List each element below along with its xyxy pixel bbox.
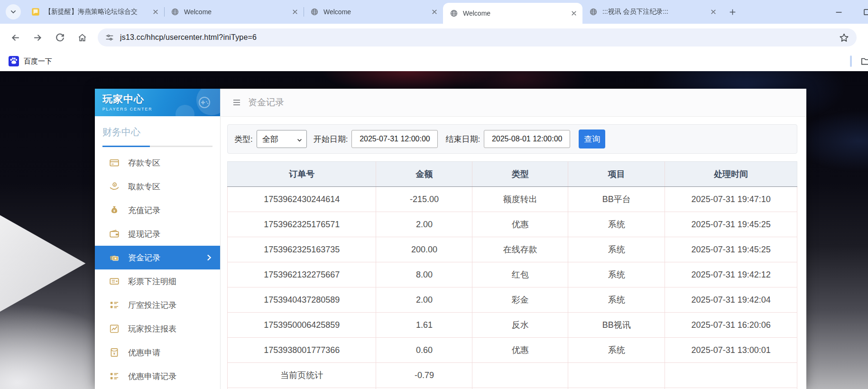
column-header: 金额 [376,162,472,187]
tab-close-icon[interactable] [291,8,299,16]
tab-strip: 【新提醒】海燕策略论坛综合交WelcomeWelcomeWelcome:::视讯… [0,0,868,24]
forward-icon[interactable] [33,33,43,43]
globe-icon [310,8,319,16]
tab-forum[interactable]: 【新提醒】海燕策略论坛综合交 [25,0,164,24]
sidebar-item-withdraw-zone[interactable]: 取款专区 [95,175,220,198]
table-cell: -215.00 [376,187,472,212]
table-cell: 系统 [568,287,665,313]
gift-icon: ¥ [109,347,120,358]
sidebar-section: 财务中心 [95,116,220,147]
tab-title: 【新提醒】海燕策略论坛综合交 [45,8,149,16]
tab-welcome-3[interactable]: Welcome [443,3,582,24]
svg-text:¥: ¥ [113,352,116,356]
reload-icon[interactable] [55,33,65,43]
minimize-button[interactable] [834,7,843,17]
wallet-icon [109,229,120,239]
table-cell: -0.79 [376,363,472,388]
sidebar-item-label: 资金记录 [128,252,160,263]
sidebar-item-label: 充值记录 [128,205,160,216]
tab-search-button[interactable] [6,4,21,19]
sidebar-item-label: 优惠申请 [128,347,160,358]
table-cell: 优惠 [472,338,568,363]
page-icon [31,8,40,16]
chevron-down-icon [10,9,17,15]
table-cell: BB平台 [568,187,665,212]
table-cell: 1753962132275667 [228,262,376,287]
start-date-input[interactable] [351,130,438,148]
table-cell: 优惠 [472,212,568,237]
table-cell: 当前页统计 [228,363,376,388]
sidebar-item-player-bet-report[interactable]: 玩家投注报表 [95,317,220,341]
tab-welcome-1[interactable]: Welcome [164,0,304,24]
table-cell: 反水 [472,313,568,338]
content-area: 资金记录 类型: 全部 开始日期: 结束日期: [220,89,806,389]
bookmark-baidu[interactable]: 百度一下 [5,55,56,68]
sidebar-item-recharge-records[interactable]: ¥充值记录 [95,198,220,222]
tab-title: Welcome [323,8,428,16]
table-cell [568,363,665,388]
table-cell: 2.00 [376,212,472,237]
select-chevron-icon [296,136,303,142]
tab-close-icon[interactable] [431,8,438,16]
table-cell: 系统 [568,262,665,287]
sidebar-item-label: 取款专区 [128,181,160,192]
sidebar-item-promo-apply[interactable]: ¥优惠申请 [95,341,220,364]
card-icon [109,157,120,168]
sidebar-item-label: 存款专区 [128,157,160,168]
globe-icon [450,9,458,18]
sidebar-item-lottery-bet-details[interactable]: 彩票下注明细 [95,269,220,293]
sidebar-item-withdraw-records[interactable]: 提现记录 [95,222,220,246]
table-cell: 1753940437280589 [228,287,376,313]
site-info-icon[interactable] [105,33,114,42]
address-bar[interactable]: js13.cc/hhcp/usercenter.html?iniType=6 [98,28,857,46]
tab-welcome-2[interactable]: Welcome [304,0,443,24]
svg-text:¥: ¥ [113,209,115,213]
sidebar-item-hall-bet-records[interactable]: 厅室投注记录 [95,293,220,317]
chart-icon [109,324,120,334]
url-text[interactable]: js13.cc/hhcp/usercenter.html?iniType=6 [120,33,839,42]
table-cell: 系统 [568,338,665,363]
maximize-button[interactable] [862,7,868,17]
sidebar-item-fund-records[interactable]: 资金记录 [95,246,220,269]
table-header-row: 订单号金额类型项目处理时间 [228,162,797,187]
bookmark-star-icon[interactable] [839,33,849,43]
query-button[interactable]: 查询 [579,130,605,148]
tab-video-bet-records[interactable]: :::视讯 会员下注纪录::: [582,0,722,24]
end-date-input[interactable] [484,130,570,148]
table-cell: 彩金 [472,287,568,313]
sidebar-item-promo-apply-records[interactable]: 优惠申请记录 [95,364,220,388]
table-cell: 1753962325176571 [228,212,376,237]
table-cell: 额度转出 [472,187,568,212]
table-cell: 1753950006425859 [228,313,376,338]
tab-close-icon[interactable] [570,9,578,17]
grid-list-icon [109,371,120,381]
globe-icon [589,8,598,16]
grid-list-icon [109,300,120,310]
table-row: 1753962430244614-215.00额度转出BB平台2025-07-3… [228,187,797,212]
hamburger-icon[interactable] [232,98,241,107]
back-icon[interactable] [10,33,20,43]
globe-icon [171,8,179,16]
home-icon[interactable] [77,33,87,43]
sidebar-item-deposit-zone[interactable]: 存款专区 [95,151,220,175]
table-row: 17539500064258591.61反水BB视讯2025-07-31 16:… [228,313,797,338]
table-cell: 1753962325163735 [228,237,376,262]
table-row: 17539621322756678.00红包系统2025-07-31 19:42… [228,262,797,287]
table-cell: 2025-07-31 19:42:12 [665,262,797,287]
table-cell: 2025-07-31 13:00:01 [665,338,797,363]
hand-coin-icon [109,181,120,192]
tab-title: Welcome [463,9,567,17]
type-label: 类型: [234,134,253,145]
type-select[interactable]: 全部 [257,130,307,148]
folder-icon[interactable] [860,56,868,66]
page-title: 资金记录 [248,96,284,109]
new-tab-button[interactable] [726,5,739,19]
tab-title: :::视讯 会员下注纪录::: [602,8,707,16]
tab-close-icon[interactable] [710,8,717,16]
tab-close-icon[interactable] [152,8,159,16]
table-row: 17539380017773660.60优惠系统2025-07-31 13:00… [228,338,797,363]
bookmark-label: 百度一下 [24,57,52,66]
sidebar-menu: 存款专区取款专区¥充值记录提现记录资金记录彩票下注明细厅室投注记录玩家投注报表¥… [95,147,220,388]
sidebar-item-label: 彩票下注明细 [128,276,176,287]
section-title: 财务中心 [102,126,212,139]
